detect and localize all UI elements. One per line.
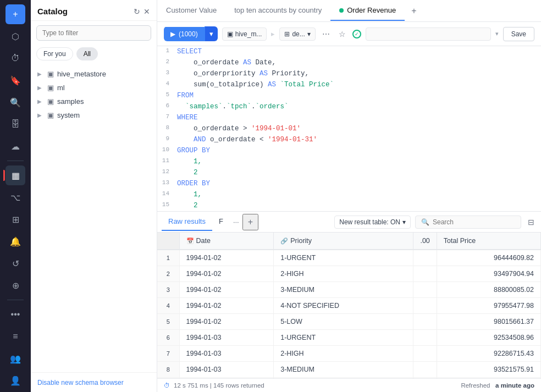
users-icon[interactable]: 👥: [5, 349, 25, 368]
alert-icon[interactable]: 🔔: [5, 231, 25, 251]
results-tab-add-button[interactable]: +: [242, 214, 258, 230]
person-icon[interactable]: 👤: [5, 371, 25, 390]
bookmark-icon[interactable]: 🔖: [5, 70, 25, 90]
tree-label-samples: samples: [57, 97, 84, 106]
tab-top-ten[interactable]: top ten accounts by country: [225, 1, 330, 21]
row-number-cell: 8: [157, 362, 179, 378]
code-line: 15 2: [157, 200, 541, 211]
priority-cell: 3-MEDIUM: [274, 362, 413, 378]
line-number: 8: [157, 123, 175, 134]
more-options-icon[interactable]: ⋯: [320, 27, 332, 41]
disable-schema-browser-link[interactable]: Disable new schema browser: [37, 379, 124, 387]
status-timing: 12 s 751 ms | 145 rows returned: [174, 382, 264, 389]
db-file-icon: ▣: [227, 30, 233, 38]
code-token: o_orderpriority: [177, 70, 260, 78]
history-icon[interactable]: ⏱: [5, 48, 25, 68]
clock-icon: ⏱: [164, 382, 170, 389]
results-tab-bar: Raw results F ··· + New result table: ON…: [157, 212, 541, 233]
separator-2: [7, 300, 24, 300]
results-search-box: 🔍: [415, 216, 521, 229]
save-button[interactable]: Save: [503, 27, 534, 41]
tree-label-system: system: [57, 111, 80, 119]
new-result-toggle[interactable]: New result table: ON ▾: [334, 216, 411, 229]
tab-order-revenue[interactable]: Order Revenue: [330, 1, 405, 21]
line-number: 9: [157, 134, 175, 145]
priority-cell: 1-URGENT: [274, 250, 413, 266]
sidebar-footer: Disable new schema browser: [31, 372, 157, 392]
line-content: AND o_orderdate < '1994-01-31': [175, 134, 541, 145]
th-decimal: .00: [413, 233, 437, 250]
results-panel: Raw results F ··· + New result table: ON…: [157, 212, 541, 392]
status-circle: [352, 30, 361, 38]
close-icon[interactable]: ✕: [143, 7, 150, 16]
db-selector-2[interactable]: ⊞ de... ▾: [279, 27, 315, 41]
line-content: 2: [175, 200, 541, 211]
code-token: o_orderdate: [177, 59, 243, 67]
tag-icon[interactable]: ⊕: [5, 275, 25, 295]
code-token: Priority,: [268, 70, 309, 78]
code-line: 7WHERE: [157, 112, 541, 123]
tree-item-ml[interactable]: ▶ ▣ ml: [31, 81, 157, 95]
th-decimal-label: .00: [420, 237, 429, 245]
run-icon: ▶: [170, 30, 175, 38]
sidebar-search-container: [31, 21, 157, 45]
code-line: 3 o_orderpriority AS Priority,: [157, 68, 541, 79]
list-icon[interactable]: ≡: [5, 327, 25, 346]
row-number-cell: 3: [157, 282, 179, 298]
line-content: sum(o_totalprice) AS `Total Price`: [175, 79, 541, 90]
run-button[interactable]: ▶ (1000): [164, 27, 205, 41]
home-icon[interactable]: +: [5, 4, 25, 24]
code-token: [177, 136, 194, 143]
th-total-price: Total Price: [437, 233, 540, 250]
th-priority: 🔗Priority: [274, 233, 413, 250]
tab-all[interactable]: All: [76, 47, 98, 60]
status-bar-left: ⏱ 12 s 751 ms | 145 rows returned: [164, 382, 264, 389]
run-dropdown-button[interactable]: ▾: [205, 26, 218, 41]
table-row: 41994-01-024-NOT SPECIFIED97955477.98: [157, 298, 541, 314]
schema-icon[interactable]: ⬡: [5, 26, 25, 46]
db-selector-1[interactable]: ▣ hive_m...: [222, 27, 267, 41]
code-editor[interactable]: 1SELECT2 o_orderdate AS Date,3 o_orderpr…: [157, 46, 541, 212]
line-number: 4: [157, 79, 175, 90]
tab-customer-value[interactable]: Customer Value: [157, 1, 225, 21]
sidebar-header-icons: ↻ ✕: [134, 7, 150, 16]
db-icon-2: ⊞: [284, 30, 290, 38]
query-icon[interactable]: ▦: [5, 165, 25, 185]
tree-item-system[interactable]: ▶ ▣ system: [31, 108, 157, 122]
history2-icon[interactable]: ↺: [5, 253, 25, 273]
toolbar-input[interactable]: [366, 27, 491, 41]
refresh-icon[interactable]: ↻: [134, 7, 140, 16]
code-token: `samples`: [177, 103, 223, 111]
results-tab-raw[interactable]: Raw results: [162, 213, 212, 231]
expand-arrow-hive: ▶: [37, 71, 44, 77]
data-icon[interactable]: 🗄: [5, 114, 25, 134]
total-price-cell: 92534508.96: [437, 330, 540, 346]
results-search-input[interactable]: [433, 218, 515, 226]
dot1-icon[interactable]: •••: [5, 305, 25, 324]
tree-item-hive-metastore[interactable]: ▶ ▣ hive_metastore: [31, 67, 157, 81]
code-line: 12 2: [157, 167, 541, 178]
results-tab-more[interactable]: ···: [230, 216, 242, 228]
dashboard-icon[interactable]: ⊞: [5, 209, 25, 229]
tab-for-you[interactable]: For you: [36, 47, 73, 60]
row-number-cell: 7: [157, 346, 179, 362]
refreshed-label: Refreshed: [461, 382, 490, 389]
sidebar-search-input[interactable]: [36, 25, 151, 41]
code-line: 1SELECT: [157, 46, 541, 57]
results-tab-f[interactable]: F: [212, 213, 230, 231]
star-icon[interactable]: ☆: [336, 27, 348, 41]
explore-icon[interactable]: 🔍: [5, 92, 25, 112]
results-tab-right: New result table: ON ▾ 🔍 ⊟: [334, 216, 537, 229]
cloud-icon[interactable]: ☁: [5, 136, 25, 156]
code-token: GROUP BY: [177, 147, 210, 154]
code-token: 2: [177, 169, 198, 176]
db-icon-hive: ▣: [47, 70, 54, 78]
panel-toggle-button[interactable]: ⊟: [526, 216, 537, 229]
sidebar-title: Catalog: [37, 7, 68, 16]
tree-item-samples[interactable]: ▶ ▣ samples: [31, 95, 157, 108]
tab-add-button[interactable]: +: [405, 2, 423, 20]
line-content: 1,: [175, 189, 541, 200]
expand-arrow-samples: ▶: [37, 98, 44, 104]
pipeline-icon[interactable]: ⌥: [5, 187, 25, 207]
line-content: `samples`.`tpch`.`orders`: [175, 101, 541, 112]
